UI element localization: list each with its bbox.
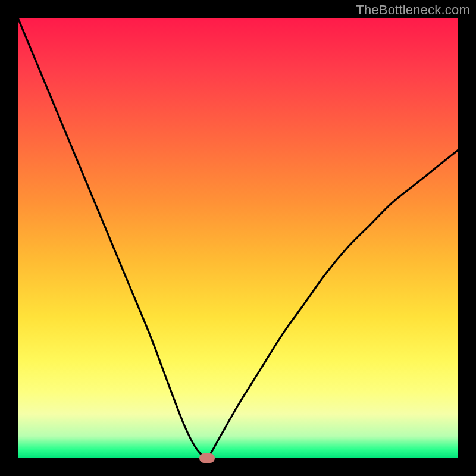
watermark: TheBottleneck.com	[356, 2, 470, 18]
bottleneck-curve	[18, 18, 458, 458]
optimum-marker	[199, 453, 215, 463]
chart-frame: TheBottleneck.com	[0, 0, 476, 476]
plot-area	[18, 18, 458, 458]
curve-svg	[18, 18, 458, 458]
